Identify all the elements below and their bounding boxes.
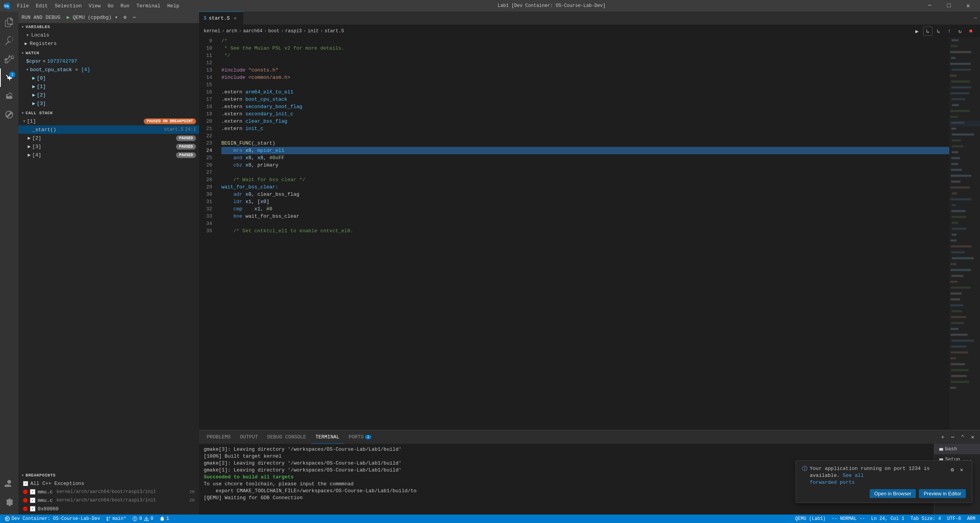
all-cpp-checkbox[interactable]: ✓ (23, 481, 28, 486)
breakpoint-mmu-2[interactable]: ✓ mmu.c kernel/arch/aarch64/boot/raspi3/… (18, 496, 199, 505)
bp-checkbox-3[interactable]: ✓ (30, 506, 35, 511)
status-branch[interactable]: main* (105, 516, 128, 521)
restart-button[interactable]: ↻ (955, 27, 965, 36)
breakpoint-0x80060[interactable]: ✓ 0x80060 (18, 505, 199, 513)
menu-terminal[interactable]: Terminal (133, 2, 163, 10)
menu-edit[interactable]: Edit (33, 2, 51, 10)
array-item-3[interactable]: ▶ [3] (18, 99, 199, 108)
panel-close-button[interactable]: ✕ (968, 433, 977, 441)
breadcrumb-init[interactable]: init (308, 28, 319, 34)
activity-search[interactable] (0, 32, 18, 50)
minimize-button[interactable]: − (921, 0, 938, 12)
breadcrumb-kernel[interactable]: kernel (204, 28, 220, 34)
notification-settings-button[interactable]: ⚙ (948, 465, 957, 474)
callstack-frame-start[interactable]: _start() start.S 24:1 (18, 125, 199, 134)
activity-account[interactable] (0, 475, 18, 493)
tabs-overflow[interactable]: ⋯ (971, 15, 980, 21)
code-content[interactable]: /* * See the Mulan PSL v2 for more detai… (218, 37, 949, 430)
watch-delete-button[interactable]: ✕ (189, 66, 196, 73)
notification-close-button[interactable]: ✕ (957, 465, 966, 474)
panel-maximize-button[interactable]: ⌃ (958, 433, 967, 441)
breadcrumb-aarch64[interactable]: aarch64 (243, 28, 262, 34)
terminal-sidebar-bash[interactable]: bash (934, 444, 980, 454)
add-terminal-button[interactable]: + (938, 433, 947, 441)
panel-tab-terminal[interactable]: TERMINAL (311, 430, 344, 444)
code-line-9: /* (221, 37, 949, 45)
status-position[interactable]: Ln 24, Col 1 (870, 516, 906, 521)
step-out-button[interactable]: ↑ (945, 27, 954, 36)
panel-tab-debug-console[interactable]: DEBUG CONSOLE (262, 430, 311, 444)
callstack-frame-2[interactable]: ▶ [2] PAUSED (18, 134, 199, 142)
watch-refresh-button[interactable]: ↻ (181, 66, 188, 73)
status-encoding[interactable]: UTF-8 (945, 516, 962, 521)
activity-extensions[interactable] (0, 87, 18, 105)
code-line-15 (221, 81, 949, 88)
breadcrumb-boot[interactable]: boot (268, 28, 279, 34)
status-tab-size[interactable]: Tab Size: 4 (909, 516, 942, 521)
activity-source-control[interactable] (0, 50, 18, 68)
panel-more-button[interactable]: ⋯ (948, 433, 957, 441)
call-stack-collapse-icon: ▾ (22, 111, 24, 115)
step-into-button[interactable]: ↳ (934, 27, 943, 36)
locals-item[interactable]: ▾ Locals (18, 31, 199, 39)
code-line-19: .extern secondary_init_c (221, 110, 949, 118)
all-cpp-exceptions-item[interactable]: ✓ All C++ Exceptions (18, 479, 199, 488)
panel-tab-problems[interactable]: PROBLEMS (202, 430, 235, 444)
array-item-2[interactable]: ▶ [2] (18, 91, 199, 99)
menu-go[interactable]: Go (105, 2, 117, 10)
bp-checkbox-2[interactable]: ✓ (30, 498, 35, 503)
breadcrumb-file[interactable]: start.S (325, 28, 344, 34)
activity-explorer[interactable] (0, 13, 18, 32)
step-over-button[interactable]: ↳ (923, 27, 932, 36)
preview-editor-button[interactable]: Preview in Editor (919, 489, 966, 498)
debug-more-button[interactable]: ⋯ (130, 13, 139, 22)
panel-tab-ports[interactable]: PORTS 1 (344, 430, 376, 444)
thread-1[interactable]: ▾ [1] PAUSED ON BREAKPOINT (18, 117, 199, 125)
tabs-bar: S start.S ✕ ⋯ (199, 12, 980, 25)
open-browser-button[interactable]: Open in Browser (870, 489, 916, 498)
code-line-31: ldr x1, [x0] (221, 198, 949, 205)
maximize-button[interactable]: □ (940, 0, 958, 12)
breadcrumb-raspi3[interactable]: raspi3 (285, 28, 302, 34)
menu-file[interactable]: File (14, 2, 32, 10)
breakpoint-mmu-1[interactable]: ✓ mmu.c kernel/arch/aarch64/boot/raspi3/… (18, 488, 199, 496)
status-debug-config[interactable]: QEMU (Lab1) (794, 516, 827, 521)
activity-settings[interactable] (0, 493, 18, 511)
status-mode[interactable]: -- NORMAL -- (830, 516, 866, 521)
callstack-frame-4[interactable]: ▶ [4] PAUSED (18, 151, 199, 159)
menu-selection[interactable]: Selection (51, 2, 85, 10)
status-remote[interactable]: Dev Container: OS-Course-Lab-Dev (3, 516, 101, 521)
code-editor[interactable]: 9 10 11 12 13 14 15 16 17 18 19 20 21 22… (199, 37, 980, 430)
see-all-link[interactable]: See all (843, 473, 864, 478)
menu-help[interactable]: Help (164, 2, 182, 10)
menu-view[interactable]: View (86, 2, 104, 10)
status-errors[interactable]: 0 0 (131, 516, 154, 521)
code-line-16: .extern arm64_elX_to_el1 (221, 88, 949, 96)
callstack-frame-3[interactable]: ▶ [3] PAUSED (18, 142, 199, 151)
tab-start-s[interactable]: S start.S ✕ (199, 12, 243, 25)
activity-remote[interactable] (0, 105, 18, 124)
bp-checkbox-1[interactable]: ✓ (30, 489, 35, 495)
breadcrumb-arch[interactable]: arch (226, 28, 237, 34)
status-bell[interactable]: 1 (158, 516, 171, 521)
watch-header[interactable]: ▾ WATCH (18, 49, 199, 57)
variables-header[interactable]: ▾ VARIABLES (18, 23, 199, 31)
array-item-0[interactable]: ▶ [0] (18, 74, 199, 82)
watch-var-boot-cpu-stack[interactable]: ▾ boot_cpu_stack = [4] ↻ ✕ (18, 65, 199, 74)
breakpoints-header[interactable]: ▾ BREAKPOINTS (18, 471, 199, 479)
debug-settings-button[interactable]: ⚙ (121, 13, 130, 22)
menu-run[interactable]: Run (117, 2, 132, 10)
close-button[interactable]: ✕ (959, 0, 977, 12)
forwarded-ports-link[interactable]: forwarded ports (810, 480, 855, 485)
array-item-1[interactable]: ▶ [1] (18, 82, 199, 91)
stop-button[interactable]: ■ (966, 27, 975, 36)
call-stack-header[interactable]: ▾ CALL STACK (18, 109, 199, 117)
status-arch[interactable]: ARM (965, 516, 977, 521)
tab-close-button[interactable]: ✕ (232, 15, 238, 22)
window-controls: − □ ✕ (921, 0, 977, 12)
activity-debug[interactable]: 1 (0, 68, 18, 87)
registers-item[interactable]: ▶ Registers (18, 39, 199, 48)
continue-button[interactable]: ▶ (912, 27, 922, 36)
panel-tab-output[interactable]: OUTPUT (235, 430, 262, 444)
debug-config-dropdown[interactable]: ▶ QEMU (cppdbg) ▾ (64, 13, 120, 21)
